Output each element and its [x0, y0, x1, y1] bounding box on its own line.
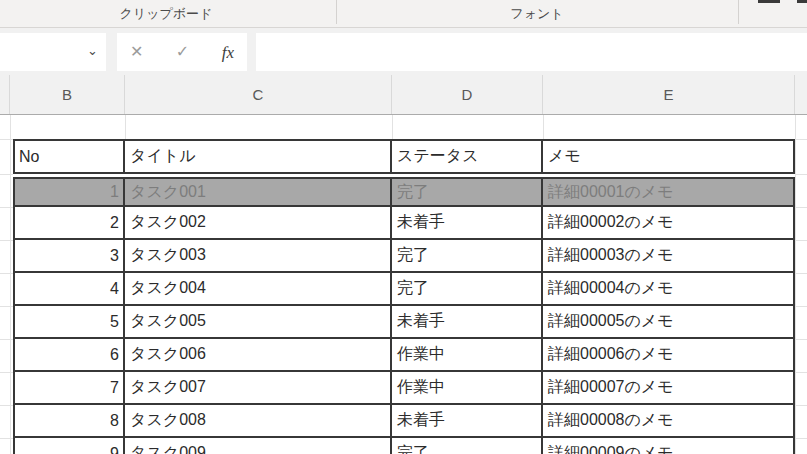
sheet-grid[interactable]: No タイトル ステータス メモ 1 タスク001 完了 詳細00001のメモ … [0, 115, 807, 454]
enter-icon[interactable]: ✓ [176, 44, 189, 60]
column-header-C[interactable]: C [125, 75, 392, 114]
insert-function-icon[interactable]: fx [222, 44, 234, 61]
chevron-down-icon[interactable]: ⌄ [87, 43, 98, 58]
formula-bar-row: ⌄ ✕ ✓ fx [0, 28, 807, 75]
column-header-sliver [0, 75, 10, 114]
cell-title[interactable]: タスク006 [125, 339, 392, 370]
cell-memo[interactable]: 詳細00004のメモ [543, 273, 793, 304]
column-header-B[interactable]: B [10, 75, 125, 114]
name-box[interactable]: ⌄ [0, 33, 106, 71]
cell-title[interactable]: タスク004 [125, 273, 392, 304]
cell-no[interactable]: 6 [15, 339, 125, 370]
column-headers: B C D E [0, 75, 807, 115]
table-row[interactable]: 4 タスク004 完了 詳細00004のメモ [13, 273, 795, 306]
cell-status[interactable]: 完了 [392, 438, 543, 454]
cell-no[interactable]: 1 [15, 179, 125, 205]
cell-no[interactable]: 8 [15, 405, 125, 436]
header-cell-title[interactable]: タイトル [125, 141, 392, 172]
cell-memo[interactable]: 詳細00001のメモ [543, 179, 793, 205]
column-header-rest [795, 75, 807, 114]
cell-status[interactable]: 未着手 [392, 306, 543, 337]
spreadsheet-app-window: クリップボード フォント ⌄ ✕ ✓ fx B C D E [0, 0, 807, 454]
cell-no[interactable]: 4 [15, 273, 125, 304]
cell-memo[interactable]: 詳細00006のメモ [543, 339, 793, 370]
column-header-D[interactable]: D [392, 75, 543, 114]
header-cell-memo[interactable]: メモ [543, 141, 793, 172]
cell-status[interactable]: 完了 [392, 179, 543, 205]
cancel-icon[interactable]: ✕ [130, 44, 143, 60]
cell-no[interactable]: 5 [15, 306, 125, 337]
cell-title[interactable]: タスク003 [125, 240, 392, 271]
cell-title[interactable]: タスク002 [125, 207, 392, 238]
cell-title[interactable]: タスク007 [125, 372, 392, 403]
table-body: 1 タスク001 完了 詳細00001のメモ 2 タスク002 未着手 詳細00… [13, 177, 795, 454]
cell-title[interactable]: タスク001 [125, 179, 392, 205]
cell-title[interactable]: タスク008 [125, 405, 392, 436]
table-row[interactable]: 8 タスク008 未着手 詳細00008のメモ [13, 405, 795, 438]
formula-bar-buttons: ✕ ✓ fx [117, 33, 247, 71]
cell-status[interactable]: 完了 [392, 273, 543, 304]
formula-input[interactable] [256, 33, 807, 71]
cell-memo[interactable]: 詳細00009のメモ [543, 438, 793, 454]
cell-status[interactable]: 完了 [392, 240, 543, 271]
table-row[interactable]: 7 タスク007 作業中 詳細00007のメモ [13, 372, 795, 405]
task-table: No タイトル ステータス メモ 1 タスク001 完了 詳細00001のメモ … [13, 139, 795, 454]
header-cell-status[interactable]: ステータス [392, 141, 543, 172]
cell-no[interactable]: 7 [15, 372, 125, 403]
cell-title[interactable]: タスク005 [125, 306, 392, 337]
ribbon-group-separator [738, 0, 739, 24]
cell-status[interactable]: 未着手 [392, 207, 543, 238]
gridline-vertical [10, 115, 11, 454]
ribbon-group-separator [336, 0, 337, 24]
cell-memo[interactable]: 詳細00007のメモ [543, 372, 793, 403]
gridline-vertical [795, 115, 796, 454]
cell-no[interactable]: 9 [15, 438, 125, 454]
cell-status[interactable]: 未着手 [392, 405, 543, 436]
cell-memo[interactable]: 詳細00005のメモ [543, 306, 793, 337]
ribbon-group-font[interactable]: フォント [510, 5, 563, 23]
table-row[interactable]: 5 タスク005 未着手 詳細00005のメモ [13, 306, 795, 339]
header-cell-no[interactable]: No [15, 141, 125, 172]
table-row[interactable]: 2 タスク002 未着手 詳細00002のメモ [13, 207, 795, 240]
ribbon-group-clipboard[interactable]: クリップボード [120, 5, 213, 23]
table-header-row: No タイトル ステータス メモ [13, 139, 795, 174]
ribbon-icon-fragment [797, 0, 807, 3]
ribbon: クリップボード フォント [0, 0, 807, 28]
cell-memo[interactable]: 詳細00002のメモ [543, 207, 793, 238]
cell-status[interactable]: 作業中 [392, 372, 543, 403]
cell-memo[interactable]: 詳細00008のメモ [543, 405, 793, 436]
table-row[interactable]: 6 タスク006 作業中 詳細00006のメモ [13, 339, 795, 372]
table-row[interactable]: 9 タスク009 完了 詳細00009のメモ [13, 438, 795, 454]
column-header-E[interactable]: E [543, 75, 795, 114]
cell-memo[interactable]: 詳細00003のメモ [543, 240, 793, 271]
ribbon-icon-fragment [758, 0, 780, 3]
table-row[interactable]: 3 タスク003 完了 詳細00003のメモ [13, 240, 795, 273]
cell-status[interactable]: 作業中 [392, 339, 543, 370]
table-row[interactable]: 1 タスク001 完了 詳細00001のメモ [13, 177, 795, 207]
cell-no[interactable]: 3 [15, 240, 125, 271]
cell-title[interactable]: タスク009 [125, 438, 392, 454]
cell-no[interactable]: 2 [15, 207, 125, 238]
